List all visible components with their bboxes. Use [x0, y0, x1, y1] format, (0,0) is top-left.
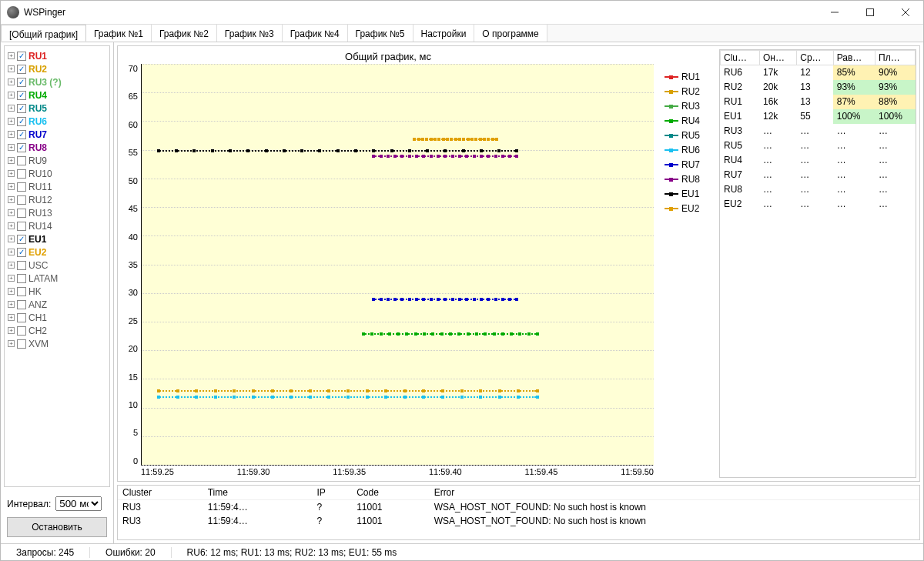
tree-item-RU6[interactable]: +RU6 — [8, 115, 106, 128]
err-col[interactable]: Time — [203, 486, 313, 500]
tree-item-CH1[interactable]: +CH1 — [8, 311, 106, 324]
stats-row[interactable]: RU3………… — [721, 124, 916, 139]
maximize-button[interactable] — [852, 1, 888, 24]
expand-icon[interactable]: + — [8, 78, 15, 85]
tree-item-HK[interactable]: +HK — [8, 285, 106, 298]
expand-icon[interactable]: + — [8, 249, 15, 255]
checkbox[interactable] — [17, 52, 26, 61]
close-button[interactable] — [888, 1, 923, 24]
minimize-button[interactable] — [817, 1, 852, 24]
legend-item-RU3[interactable]: RU3 — [665, 99, 716, 113]
tree-item-ANZ[interactable]: +ANZ — [8, 298, 106, 311]
tab-2[interactable]: График №2 — [152, 25, 217, 42]
tree-item-RU10[interactable]: +RU10 — [8, 167, 106, 180]
interval-select[interactable]: 500 мс — [55, 496, 102, 511]
expand-icon[interactable]: + — [8, 235, 15, 242]
stats-col[interactable]: Рав… — [833, 51, 875, 65]
err-col[interactable]: Code — [352, 486, 429, 500]
expand-icon[interactable]: + — [8, 327, 15, 334]
stats-row[interactable]: RU7………… — [721, 168, 916, 182]
expand-icon[interactable]: + — [8, 157, 15, 164]
checkbox[interactable] — [17, 313, 26, 322]
expand-icon[interactable]: + — [8, 340, 15, 347]
stats-row[interactable]: RU4………… — [721, 153, 916, 168]
legend-item-EU1[interactable]: EU1 — [665, 186, 716, 201]
tree-item-RU14[interactable]: +RU14 — [8, 219, 106, 232]
expand-icon[interactable]: + — [8, 118, 15, 125]
expand-icon[interactable]: + — [8, 183, 15, 190]
legend-item-RU2[interactable]: RU2 — [665, 84, 716, 99]
checkbox[interactable] — [17, 222, 26, 231]
checkbox[interactable] — [17, 209, 26, 218]
tree-item-RU11[interactable]: +RU11 — [8, 180, 106, 193]
expand-icon[interactable]: + — [8, 144, 15, 151]
expand-icon[interactable]: + — [8, 170, 15, 177]
checkbox[interactable] — [17, 274, 26, 283]
stats-col[interactable]: Он… — [759, 51, 796, 65]
checkbox[interactable] — [17, 156, 26, 165]
expand-icon[interactable]: + — [8, 52, 15, 59]
expand-icon[interactable]: + — [8, 262, 15, 269]
tab-0[interactable]: [Общий график] — [1, 25, 86, 42]
checkbox[interactable] — [17, 195, 26, 205]
checkbox[interactable] — [17, 235, 26, 244]
checkbox[interactable] — [17, 104, 26, 113]
legend-item-EU2[interactable]: EU2 — [665, 201, 716, 215]
checkbox[interactable] — [17, 300, 26, 309]
expand-icon[interactable]: + — [8, 288, 15, 295]
tree-item-RU8[interactable]: +RU8 — [8, 141, 106, 154]
expand-icon[interactable]: + — [8, 275, 15, 282]
legend-item-RU7[interactable]: RU7 — [665, 157, 716, 172]
err-row[interactable]: RU311:59:4…?11001WSA_HOST_NOT_FOUND: No … — [118, 500, 919, 515]
tree-item-USC[interactable]: +USC — [8, 259, 106, 272]
expand-icon[interactable]: + — [8, 301, 15, 308]
checkbox[interactable] — [17, 248, 26, 257]
legend-item-RU5[interactable]: RU5 — [665, 128, 716, 142]
err-row[interactable]: RU311:59:4…?11001WSA_HOST_NOT_FOUND: No … — [118, 514, 919, 528]
checkbox[interactable] — [17, 143, 26, 152]
expand-icon[interactable]: + — [8, 222, 15, 229]
tree-item-RU12[interactable]: +RU12 — [8, 193, 106, 206]
tree-item-RU2[interactable]: +RU2 — [8, 62, 106, 75]
expand-icon[interactable]: + — [8, 209, 15, 216]
tree-item-XVM[interactable]: +XVM — [8, 337, 106, 350]
tree-item-RU7[interactable]: +RU7 — [8, 128, 106, 141]
tree-item-EU2[interactable]: +EU2 — [8, 245, 106, 259]
stats-col[interactable]: Clu… — [721, 51, 760, 65]
checkbox[interactable] — [17, 65, 26, 74]
stats-row[interactable]: RU116k1387%88% — [721, 95, 916, 109]
expand-icon[interactable]: + — [8, 196, 15, 203]
tree-item-RU13[interactable]: +RU13 — [8, 206, 106, 219]
tab-6[interactable]: Настройки — [413, 25, 475, 42]
tab-5[interactable]: График №5 — [348, 25, 413, 42]
tab-4[interactable]: График №4 — [283, 25, 348, 42]
stats-col[interactable]: Пл… — [875, 51, 916, 65]
legend-item-RU8[interactable]: RU8 — [665, 172, 716, 186]
err-col[interactable]: Error — [430, 486, 919, 500]
expand-icon[interactable]: + — [8, 92, 15, 99]
tab-3[interactable]: График №3 — [217, 25, 283, 42]
checkbox[interactable] — [17, 182, 26, 192]
tab-7[interactable]: О программе — [474, 25, 547, 42]
tree-item-LATAM[interactable]: +LATAM — [8, 272, 106, 285]
tab-1[interactable]: График №1 — [86, 25, 152, 42]
checkbox[interactable] — [17, 261, 26, 270]
tree-item-RU5[interactable]: +RU5 — [8, 102, 106, 115]
legend-item-RU6[interactable]: RU6 — [665, 142, 716, 157]
err-col[interactable]: Cluster — [118, 486, 203, 500]
stats-row[interactable]: RU617k1285%90% — [721, 65, 916, 80]
stats-row[interactable]: EU2………… — [721, 197, 916, 212]
stats-row[interactable]: RU220k1393%93% — [721, 80, 916, 95]
checkbox[interactable] — [17, 78, 26, 87]
legend-item-RU1[interactable]: RU1 — [665, 69, 716, 84]
stats-row[interactable]: EU112k55100%100% — [721, 109, 916, 124]
checkbox[interactable] — [17, 287, 26, 296]
checkbox[interactable] — [17, 169, 26, 179]
checkbox[interactable] — [17, 130, 26, 139]
checkbox[interactable] — [17, 117, 26, 126]
err-col[interactable]: IP — [313, 486, 353, 500]
expand-icon[interactable]: + — [8, 105, 15, 112]
stop-button[interactable]: Остановить — [7, 517, 107, 537]
checkbox[interactable] — [17, 91, 26, 100]
stats-row[interactable]: RU5………… — [721, 139, 916, 153]
